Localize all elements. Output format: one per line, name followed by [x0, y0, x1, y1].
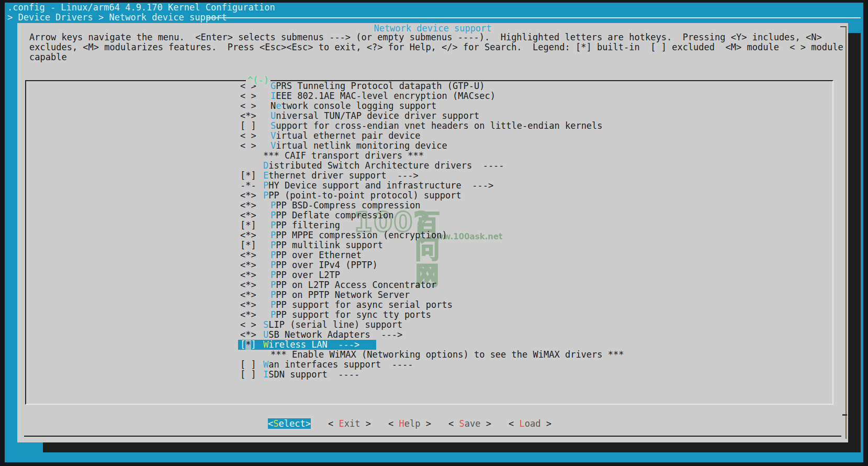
menu-item[interactable]: [ ]Support for cross-endian vnet headers…: [26, 121, 832, 131]
state-indicator: [ ]: [240, 121, 256, 131]
menu-item-label: PHY Device support and infrastructure --…: [263, 181, 493, 191]
state-indicator: <*>: [240, 310, 256, 320]
scroll-up-indicator: ^(-): [246, 75, 270, 85]
state-indicator: <*>: [240, 230, 256, 240]
menu-item[interactable]: < >Virtual ethernet pair device: [26, 131, 832, 141]
state-indicator: [ ]: [240, 360, 256, 370]
menu-item-label: ISDN support ----: [263, 370, 359, 380]
state-indicator: <*>: [240, 250, 256, 260]
watermark-text: 百问网: [415, 209, 445, 288]
state-indicator: < >: [240, 91, 256, 101]
menu-item[interactable]: [*]Ethernet driver support --->: [26, 171, 832, 181]
menu-item-label: SLIP (serial line) support: [263, 320, 402, 330]
button-row: <Select>< Exit >< Help >< Save >< Load >: [268, 418, 551, 429]
menu-item-label: Distributed Switch Architecture drivers …: [263, 161, 504, 171]
menu-item-label: Network console logging support: [270, 101, 436, 111]
breadcrumb: > Device Drivers > Network device suppor…: [7, 13, 227, 23]
menu-comment: *** CAIF transport drivers ***: [26, 151, 832, 161]
menu-item-label: PPP (point-to-point protocol) support: [263, 191, 461, 201]
dialog-right-border: [846, 26, 847, 439]
menu-item-label: PPP support for sync tty ports: [270, 310, 431, 320]
menu-item[interactable]: < >Virtual netlink monitoring device: [26, 141, 832, 151]
menu-item[interactable]: <*>PPP support for async serial ports: [26, 300, 832, 310]
instructions-line-2: excludes, <M> modularizes features. Pres…: [29, 42, 843, 52]
menu-item-label: Virtual netlink monitoring device: [270, 141, 447, 151]
instructions-line-3: capable: [29, 52, 67, 62]
menu-item-label: PPP multilink support: [270, 240, 383, 250]
state-indicator: < >: [240, 320, 256, 330]
state-indicator: <*>: [240, 111, 256, 121]
menu-item-label: Universal TUN/TAP device driver support: [270, 111, 479, 121]
menu-item[interactable]: [*]Wireless LAN --->: [26, 340, 832, 350]
menu-item-label: PPP over Ethernet: [270, 250, 362, 260]
menu-comment: *** Enable WiMAX (Networking options) to…: [26, 350, 832, 360]
menu-item[interactable]: <*>PPP (point-to-point protocol) support: [26, 191, 832, 201]
menu-item-label: PPP support for async serial ports: [270, 300, 453, 310]
menu-item[interactable]: < >IEEE 802.1AE MAC-level encryption (MA…: [26, 91, 832, 101]
state-indicator: [*]: [240, 171, 256, 181]
button-exit[interactable]: < Exit >: [328, 418, 371, 429]
menu-item-label: USB Network Adapters --->: [263, 330, 402, 340]
state-indicator: [*]: [240, 220, 256, 230]
menu-item[interactable]: <*>Universal TUN/TAP device driver suppo…: [26, 111, 832, 121]
state-indicator: <*>: [240, 290, 256, 300]
menu-item[interactable]: [ ]Wan interfaces support ----: [26, 360, 832, 370]
menu-item-label: Wireless LAN --->: [263, 340, 359, 350]
button-load[interactable]: < Load >: [509, 418, 551, 429]
state-indicator: [ ]: [240, 370, 256, 380]
state-indicator: < >: [240, 131, 256, 141]
state-indicator: <*>: [240, 191, 256, 201]
menu-item-label: PPP filtering: [270, 220, 340, 230]
menu-item[interactable]: [ ]ISDN support ----: [26, 370, 832, 380]
state-indicator: <*>: [240, 300, 256, 310]
state-indicator: < >: [240, 101, 256, 111]
state-indicator: [*]: [240, 340, 256, 350]
scroll-mark: [842, 414, 847, 416]
state-indicator: <*>: [240, 280, 256, 290]
menu-item-label: Support for cross-endian vnet headers on…: [270, 121, 603, 131]
menu-item-label: Wan interfaces support ----: [263, 360, 413, 370]
dialog-bottom-border: [24, 436, 841, 437]
menu-item-label: PPP over IPv4 (PPTP): [270, 260, 378, 270]
state-indicator: <*>: [240, 330, 256, 340]
menu-item-label: PPP over L2TP: [270, 270, 340, 280]
menu-item-label: Virtual ethernet pair device: [270, 131, 421, 141]
menu-item[interactable]: < >GPRS Tunneling Protocol datapath (GTP…: [26, 81, 832, 91]
state-indicator: -*-: [240, 181, 256, 191]
window-title: .config - Linux/arm64 4.9.170 Kernel Con…: [7, 3, 275, 13]
watermark-url: www.100ask.net: [429, 232, 502, 241]
menu-item-label: PPP on PPTP Network Server: [270, 290, 410, 300]
menu-item-label: Ethernet driver support --->: [263, 171, 419, 181]
menu-item[interactable]: <*>USB Network Adapters --->: [26, 330, 832, 340]
menu-item[interactable]: < >SLIP (serial line) support: [26, 320, 832, 330]
state-indicator: <*>: [240, 201, 256, 210]
menu-item-label: GPRS Tunneling Protocol datapath (GTP-U): [270, 81, 484, 91]
breadcrumb-rule: [207, 17, 861, 18]
menu-item[interactable]: -*-PHY Device support and infrastructure…: [26, 181, 832, 191]
state-indicator: <*>: [240, 270, 256, 280]
instructions-line-1: Arrow keys navigate the menu. <Enter> se…: [29, 32, 822, 42]
button-select[interactable]: <Select>: [268, 418, 311, 429]
state-indicator: <*>: [240, 210, 256, 220]
button-save[interactable]: < Save >: [448, 418, 491, 429]
menu-item-label: *** Enable WiMAX (Networking options) to…: [270, 350, 624, 360]
menu-item[interactable]: <*>PPP on PPTP Network Server: [26, 290, 832, 300]
menu-item[interactable]: <*>PPP support for sync tty ports: [26, 310, 832, 320]
state-indicator: [*]: [240, 240, 256, 250]
menu-item-label: PPP on L2TP Access Concentrator: [270, 280, 436, 290]
state-indicator: <*>: [240, 260, 256, 270]
menu-item[interactable]: < >Network console logging support: [26, 101, 832, 111]
menu-item[interactable]: Distributed Switch Architecture drivers …: [26, 161, 832, 171]
menu-item-label: *** CAIF transport drivers ***: [263, 151, 424, 161]
state-indicator: < >: [240, 141, 256, 151]
button-help[interactable]: < Help >: [388, 418, 431, 429]
menu-item-label: IEEE 802.1AE MAC-level encryption (MACse…: [270, 91, 495, 101]
